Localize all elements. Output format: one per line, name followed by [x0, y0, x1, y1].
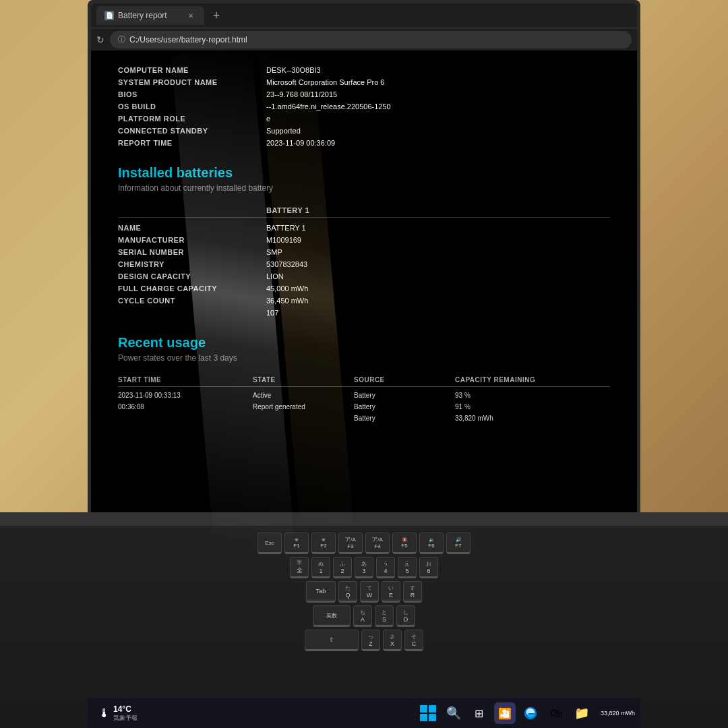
battery-row-manufacturer: MANUFACTURER M1009169: [118, 234, 610, 246]
value-os-build: --1.amd64fre.ni_release.220506-1250: [266, 102, 610, 111]
tab-bar: 📄 Battery report ✕ +: [91, 3, 637, 28]
info-row-bios: BIOS 23--9.768 08/11/2015: [118, 88, 610, 100]
info-row-os-build: OS BUILD --1.amd64fre.ni_release.220506-…: [118, 100, 610, 113]
taskbar-store-button[interactable]: 🛍: [545, 702, 567, 724]
key-1[interactable]: ぬ1: [311, 557, 330, 578]
usage-row-1: 00:36:08 Report generated Battery 91 %: [118, 401, 610, 413]
key-f3[interactable]: ア/AF3: [338, 533, 363, 554]
battery-label-manufacturer: MANUFACTURER: [118, 236, 266, 244]
key-x[interactable]: さX: [383, 630, 402, 651]
value-system-product: Microsoft Corporation Surface Pro 6: [266, 78, 610, 86]
battery-value-cycle-count: 36,450 mWh: [266, 297, 308, 305]
key-r[interactable]: すR: [403, 581, 422, 603]
key-hankaku[interactable]: 半全: [290, 557, 309, 578]
battery-row-cycle-count: CYCLE COUNT 36,450 mWh: [118, 295, 610, 307]
photo-container: 📄 Battery report ✕ + ↻ ⓘ C:/Users/us: [0, 0, 728, 728]
key-c[interactable]: そC: [404, 630, 423, 651]
key-e[interactable]: いE: [382, 581, 400, 603]
info-row-platform-role: PLATFORM ROLE e: [118, 113, 610, 125]
usage-state-0: Active: [253, 392, 354, 399]
key-a[interactable]: ちA: [353, 605, 372, 627]
usage-start-1: 00:36:08: [118, 403, 253, 411]
installed-batteries-title: Installed batteries: [118, 165, 610, 181]
battery-label-cycle-count-num: [118, 309, 266, 317]
key-shift-left[interactable]: ⇧: [305, 630, 359, 651]
key-f1[interactable]: ※F1: [284, 533, 309, 554]
key-f7[interactable]: 🔊F7: [446, 533, 471, 554]
usage-col-capacity-header: CAPACITY REMAINING: [455, 376, 590, 384]
key-caps[interactable]: 英数: [313, 605, 351, 627]
new-tab-button[interactable]: +: [207, 6, 226, 25]
key-d[interactable]: しD: [396, 605, 415, 627]
key-4[interactable]: う4: [376, 557, 395, 578]
tab-close-button[interactable]: ✕: [185, 10, 196, 21]
weather-label: 気象予報: [113, 714, 138, 723]
usage-col-state-header: STATE: [253, 376, 354, 384]
battery-row-name: NAME BATTERY 1: [118, 222, 610, 234]
usage-start-0: 2023-11-09 00:33:13: [118, 392, 253, 399]
usage-row-2: Battery 33,820 mWh: [118, 413, 610, 424]
windows-start-button[interactable]: [417, 702, 439, 724]
address-text: C:/Users/user/battery-report.html: [129, 35, 247, 44]
label-bios: BIOS: [118, 90, 266, 98]
battery-value-serial: SMP: [266, 248, 282, 256]
installed-batteries-subtitle: Information about currently installed ba…: [118, 183, 610, 193]
key-esc[interactable]: Esc: [257, 533, 282, 554]
usage-table-header: START TIME STATE SOURCE CAPACITY REMAINI…: [118, 373, 610, 387]
battery-value-manufacturer: M1009169: [266, 236, 301, 244]
value-connected-standby: Supported: [266, 127, 610, 135]
usage-state-1: Report generated: [253, 403, 354, 411]
windows-logo-icon: [420, 705, 436, 721]
reload-button[interactable]: ↻: [96, 34, 104, 45]
key-6[interactable]: お6: [419, 557, 438, 578]
key-q[interactable]: たQ: [338, 581, 357, 603]
key-tab[interactable]: Tab: [306, 581, 336, 603]
usage-capacity-1: 91 %: [455, 403, 590, 411]
taskbar-browser-button[interactable]: [520, 702, 541, 724]
browser-window: 📄 Battery report ✕ + ↻ ⓘ C:/Users/us: [91, 3, 637, 539]
number-key-row: 半全 ぬ1 ふ2 あ3 う4 え5 お6: [13, 557, 715, 578]
key-s[interactable]: とS: [375, 605, 394, 627]
taskbar-explorer-button[interactable]: 📁: [571, 702, 593, 724]
usage-capacity-0: 93 %: [455, 392, 590, 399]
weather-temp: 14°C: [113, 704, 138, 714]
key-w[interactable]: てW: [360, 581, 379, 603]
key-5[interactable]: え5: [398, 557, 417, 578]
battery-value-chemistry: 5307832843: [266, 260, 307, 268]
browser-chrome: 📄 Battery report ✕ + ↻ ⓘ C:/Users/us: [91, 3, 637, 51]
key-z[interactable]: っZ: [361, 630, 380, 651]
laptop-body: 📄 Battery report ✕ + ↻ ⓘ C:/Users/us: [88, 0, 640, 559]
content-area[interactable]: COMPUTER NAME DESK--30O8BI3 SYSTEM PRODU…: [91, 51, 637, 539]
value-report-time: 2023-11-09 00:36:09: [266, 139, 610, 147]
zoom-icon: 🎦: [498, 707, 512, 720]
taskbar-zoom-button[interactable]: 🎦: [494, 702, 516, 724]
key-f2[interactable]: ※F2: [311, 533, 336, 554]
installed-batteries-section: Installed batteries Information about cu…: [118, 165, 610, 319]
address-input[interactable]: ⓘ C:/Users/user/battery-report.html: [110, 31, 632, 49]
key-2[interactable]: ふ2: [333, 557, 352, 578]
value-computer-name: DESK--30O8BI3: [266, 66, 610, 74]
usage-row-0: 2023-11-09 00:33:13 Active Battery 93 %: [118, 390, 610, 401]
usage-capacity-2: 33,820 mWh: [455, 415, 590, 422]
battery-label-chemistry: CHEMISTRY: [118, 260, 266, 268]
browser-tab[interactable]: 📄 Battery report ✕: [96, 6, 204, 25]
key-3[interactable]: あ3: [355, 557, 373, 578]
battery-label-full-charge: FULL CHARGE CAPACITY: [118, 284, 266, 293]
key-f5[interactable]: 🔇F5: [392, 533, 417, 554]
taskbar-search-button[interactable]: 🔍: [443, 702, 464, 724]
recent-usage-subtitle: Power states over the last 3 days: [118, 353, 610, 363]
screen-bezel: 📄 Battery report ✕ + ↻ ⓘ C:/Users/us: [91, 3, 637, 539]
battery-table: BATTERY 1 NAME BATTERY 1 MANUFACTURER M1…: [118, 204, 610, 319]
taskbar-weather: 🌡 14°C 気象予報: [93, 704, 143, 723]
explorer-icon: 📁: [574, 706, 589, 721]
battery-value-cycle-count-num: 107: [266, 309, 278, 317]
edge-icon: [523, 706, 538, 721]
key-f6[interactable]: 🔉F6: [419, 533, 444, 554]
key-f4[interactable]: ア/AF4: [365, 533, 390, 554]
usage-start-2: [118, 415, 253, 422]
home-key-row: 英数 ちA とS しD: [13, 605, 715, 627]
taskbar-taskview-button[interactable]: ⊞: [468, 702, 490, 724]
capacity-row-1: 33,820 mWh: [601, 710, 635, 717]
search-icon: 🔍: [446, 706, 461, 721]
battery-value-full-charge: 45,000 mWh: [266, 284, 308, 293]
